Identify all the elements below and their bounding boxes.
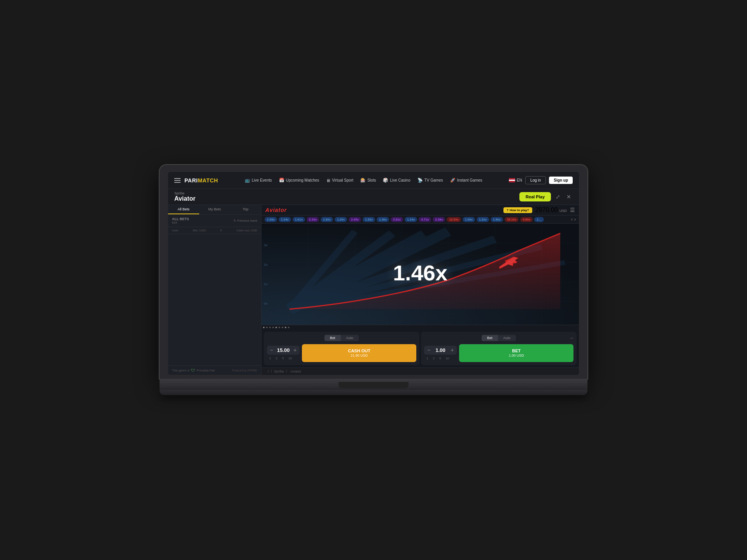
nav-instant-games[interactable]: 🚀Instant Games (447, 175, 486, 185)
quick-amounts-2: 1 2 5 10 (424, 356, 457, 360)
ribbon-prev[interactable]: ‹ (571, 217, 573, 222)
how-to-play-button[interactable]: ? How to play? (503, 207, 532, 213)
tab-my-bets[interactable]: My Bets (199, 205, 230, 214)
fullscreen-button[interactable]: ⤢ (554, 192, 562, 201)
multiplier-badge[interactable]: 1.00x (463, 217, 475, 222)
game-canvas: FUN MODE (261, 224, 579, 325)
timeline-dot (263, 327, 265, 328)
provably-fair-text: This game is (172, 369, 189, 372)
bet-amount: 1.00 USD (462, 354, 570, 358)
multiplier-badge[interactable]: 9.89x (520, 217, 533, 222)
increase-bet-1[interactable]: + (293, 347, 297, 353)
bet-button[interactable]: BET 1.00 USD (459, 344, 573, 362)
multiplier-badge[interactable]: 4.71x (419, 217, 431, 222)
nav-live-events[interactable]: 📺Live Events (242, 175, 275, 185)
logo-match: MATCH (198, 177, 218, 184)
multiplier-badge[interactable]: 1.52x (363, 217, 375, 222)
quick-2-1[interactable]: 1 (425, 356, 430, 360)
bet-1-controls: − 15.00 + 1 2 5 10 (267, 344, 416, 362)
tab-all-bets[interactable]: All Bets (168, 205, 199, 214)
multiplier-badge[interactable]: 1.20x (335, 217, 347, 222)
nav-slots[interactable]: 🎰Slots (357, 175, 379, 185)
multiplier-badge[interactable]: 2.45x (349, 217, 361, 222)
nav-virtual-sport[interactable]: 🖥Virtual Sport (323, 176, 356, 185)
amount-control-1: − 15.00 + (267, 346, 300, 355)
multiplier-badge[interactable]: 1.36x (377, 217, 389, 222)
breadcrumb-home[interactable]: / (268, 369, 269, 373)
decrease-bet-1[interactable]: − (269, 347, 274, 353)
nav-live-casino[interactable]: 🎲Live Casino (380, 175, 413, 185)
previous-hand-button[interactable]: ↻ Previous hand (233, 219, 257, 222)
multiplier-badge[interactable]: 35.16x (505, 217, 519, 222)
multiplier-badge[interactable]: 1.61x (293, 217, 305, 222)
quick-2-5[interactable]: 5 (438, 356, 442, 360)
ribbon-next[interactable]: › (574, 217, 576, 222)
timeline-dot (282, 327, 283, 328)
logo-pari: PARI (184, 177, 198, 184)
menu-button[interactable] (174, 178, 181, 183)
flag-icon (509, 178, 515, 182)
multiplier-badge[interactable]: 12.53x (447, 217, 461, 222)
col-cashout: Cash out, USD (237, 229, 257, 232)
login-button[interactable]: Log in (525, 176, 546, 184)
cashout-button[interactable]: CASH OUT 21.90 USD (302, 344, 416, 362)
multiplier-badge[interactable]: 1.92x (321, 217, 333, 222)
amount-control-2: − 1.00 + (424, 346, 457, 355)
multiplier-badge[interactable]: 1… (534, 217, 544, 222)
real-play-button[interactable]: Real Play (519, 192, 551, 201)
all-bets-label: ALL BETS (172, 217, 189, 221)
game-title: Aviator (174, 195, 196, 202)
nav-tv-games-label: TV Games (424, 178, 443, 182)
nav-instant-games-label: Instant Games (457, 178, 482, 182)
multiplier-badge[interactable]: 1.24x (279, 217, 291, 222)
bet-tab-1-bet[interactable]: Bet (324, 335, 341, 341)
multiplier-badge[interactable]: 1.22x (477, 217, 489, 222)
bet-tab-2-auto[interactable]: Auto (498, 335, 516, 341)
multiplier-badge[interactable]: 2.33x (307, 217, 319, 222)
increase-bet-2[interactable]: + (450, 347, 454, 353)
breadcrumb-sep-2: / (286, 369, 288, 373)
bet-1-amount: 15.00 (275, 347, 291, 353)
quick-1-1[interactable]: 1 (268, 356, 272, 360)
nav-upcoming-matches[interactable]: 📅Upcoming Matches (276, 175, 323, 185)
multiplier-badge[interactable]: 2.81x (391, 217, 403, 222)
breadcrumb-spribe[interactable]: Spribe (274, 369, 284, 373)
bet-2-amount: 1.00 (433, 347, 448, 353)
nav-tv-games[interactable]: 📡TV Games (414, 175, 446, 185)
page-title-area: Spribe Aviator (174, 191, 196, 202)
tab-top[interactable]: Top (230, 205, 261, 214)
minimize-panel-2[interactable]: − (570, 335, 573, 342)
decrease-bet-2[interactable]: − (426, 347, 431, 353)
bet-tab-1-auto[interactable]: Auto (341, 335, 359, 341)
quick-1-2[interactable]: 2 (274, 356, 279, 360)
aviator-header: Aviator ? How to play? 2970.00 USD ☰ (261, 205, 579, 215)
multiplier-badge[interactable]: 1.56x (491, 217, 503, 222)
logo[interactable]: PARIMATCH (184, 177, 218, 184)
game-timeline (261, 325, 579, 329)
breadcrumb: / / Spribe / Aviator (261, 368, 579, 375)
close-button[interactable]: ✕ (565, 192, 573, 201)
provably-fair-link[interactable]: Provably Fair (196, 369, 215, 372)
breadcrumb-sep-1: / (271, 369, 273, 373)
virtual-sport-icon: 🖥 (326, 178, 330, 183)
svg-text:3x: 3x (264, 243, 268, 247)
nav-slots-label: Slots (367, 178, 376, 182)
multiplier-badge[interactable]: 1.24x (405, 217, 417, 222)
aviator-logo: Aviator (265, 207, 287, 213)
aviator-menu-button[interactable]: ☰ (570, 207, 575, 213)
quick-2-2[interactable]: 2 (431, 356, 436, 360)
quick-1-5[interactable]: 5 (281, 356, 285, 360)
quick-2-10[interactable]: 10 (444, 356, 451, 360)
bet-tab-2-bet[interactable]: Bet (482, 335, 498, 341)
signup-button[interactable]: Sign up (549, 177, 573, 184)
game-main: Aviator ? How to play? 2970.00 USD ☰ (261, 205, 579, 375)
svg-text:2x: 2x (264, 263, 268, 266)
multiplier-badge[interactable]: 2.38x (433, 217, 445, 222)
language-selector[interactable]: EN (509, 178, 522, 182)
instant-games-icon: 🚀 (450, 178, 456, 183)
sub-header-right: Real Play ⤢ ✕ (519, 192, 573, 201)
quick-1-10[interactable]: 10 (287, 356, 293, 360)
bet-panel-2-tabs: Bet Auto (424, 335, 573, 341)
multiplier-badge[interactable]: 1.03x (265, 217, 277, 222)
timeline-dot (272, 327, 274, 328)
